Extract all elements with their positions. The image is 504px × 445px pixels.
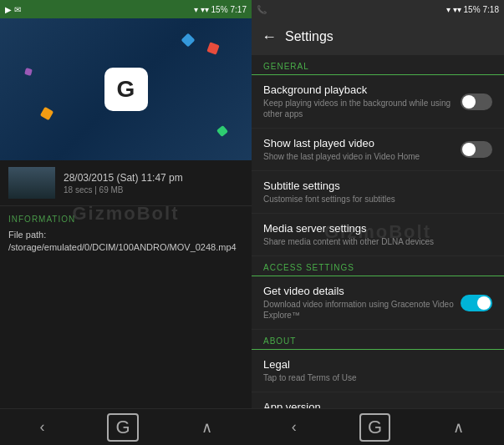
background-playback-item[interactable]: Background playback Keep playing videos … [252, 75, 504, 129]
right-panel: 📞 ▾ ▾▾ 15% 7:18 ← Settings GENERAL Backg… [252, 0, 504, 445]
time-display: 7:17 [231, 5, 247, 14]
general-section-header: GENERAL [252, 55, 504, 75]
last-played-toggle[interactable] [461, 141, 492, 158]
right-home-button[interactable]: G [359, 413, 390, 442]
right-status-right-icons: ▾ ▾▾ 15% 7:18 [446, 5, 499, 14]
decorative-cube-4 [24, 68, 33, 76]
media-server-title: Media server settings [263, 222, 486, 235]
decorative-cube-2 [181, 33, 196, 48]
info-section: INFORMATION File path: /storage/emulated… [0, 206, 252, 408]
legal-subtitle: Tap to read Terms of Use [263, 372, 486, 383]
settings-header: ← Settings [252, 18, 504, 55]
right-back-button[interactable]: ‹ [275, 412, 313, 442]
settings-content: GENERAL Background playback Keep playing… [252, 55, 504, 408]
get-video-details-item[interactable]: Get video details Download video informa… [252, 276, 504, 330]
subtitle-settings-subtitle: Customise font settings for subtitles [263, 194, 486, 205]
right-panel-inner: GENERAL Background playback Keep playing… [252, 55, 504, 408]
last-played-video-title: Show last played video [263, 137, 454, 149]
last-played-video-item[interactable]: Show last played video Show the last pla… [252, 129, 504, 171]
decorative-cube-5 [216, 125, 228, 137]
signal-icon-right: ▾▾ [453, 5, 461, 14]
get-video-details-title: Get video details [263, 285, 454, 297]
app-logo-icon: G [104, 68, 148, 111]
last-played-video-subtitle: Show the last played video in Video Home [263, 151, 454, 162]
subtitle-settings-title: Subtitle settings [263, 180, 486, 192]
right-status-icons: ▾ ▾▾ 15% 7:17 [194, 5, 247, 14]
app-version-item: App version 9.0.A.0.20 [252, 392, 504, 408]
file-path-text: File path: /storage/emulated/0/DCIM/100A… [8, 229, 243, 255]
message-icon: ✉ [14, 5, 21, 14]
media-server-subtitle: Share media content with other DLNA devi… [263, 236, 486, 247]
home-button[interactable]: G [107, 413, 138, 442]
video-thumbnail [8, 167, 55, 199]
thumbnail-image [8, 167, 55, 199]
get-video-details-subtitle: Download video information using Graceno… [263, 299, 454, 321]
left-status-icons: ▶ ✉ [5, 5, 21, 14]
right-status-left-icons: 📞 [257, 5, 267, 14]
back-button[interactable]: ‹ [23, 412, 61, 442]
notification-icon: ▶ [5, 5, 12, 14]
legal-title: Legal [263, 358, 486, 371]
legal-item[interactable]: Legal Tap to read Terms of Use [252, 350, 504, 392]
app-version-title: App version [263, 401, 486, 408]
access-section-header: ACCESS SETTINGS [252, 256, 504, 276]
right-bottom-nav: ‹ G ∧ [252, 408, 504, 445]
wifi-icon: ▾ [194, 5, 198, 14]
media-server-item[interactable]: Media server settings Share media conten… [252, 214, 504, 256]
background-playback-toggle[interactable] [461, 94, 492, 110]
video-metadata: 28/03/2015 (Sat) 11:47 pm 18 secs | 69 M… [64, 172, 243, 195]
right-status-bar: 📞 ▾ ▾▾ 15% 7:18 [252, 0, 504, 18]
get-video-details-toggle[interactable] [461, 295, 492, 311]
info-section-label: INFORMATION [8, 215, 243, 224]
settings-title: Settings [285, 29, 333, 44]
video-preview: G [0, 18, 252, 160]
phone-icon: 📞 [257, 5, 267, 14]
video-size: 18 secs | 69 MB [64, 185, 243, 195]
battery-text-right: 15% [464, 5, 481, 14]
video-date: 28/03/2015 (Sat) 11:47 pm [64, 172, 243, 184]
time-display-right: 7:18 [483, 5, 499, 14]
decorative-cube-1 [206, 42, 219, 54]
wifi-icon-right: ▾ [446, 5, 451, 14]
left-panel: ▶ ✉ ▾ ▾▾ 15% 7:17 G 28/03/2 [0, 0, 252, 445]
left-bottom-nav: ‹ G ∧ [0, 408, 252, 445]
signal-icon: ▾▾ [201, 5, 209, 14]
about-section-header: ABOUT [252, 330, 504, 350]
battery-text: 15% [211, 5, 228, 14]
left-panel-body: G 28/03/2015 (Sat) 11:47 pm 18 secs | 69… [0, 18, 252, 408]
right-up-button[interactable]: ∧ [436, 412, 481, 443]
settings-back-button[interactable]: ← [262, 28, 277, 46]
background-playback-title: Background playback [263, 83, 454, 96]
left-status-bar: ▶ ✉ ▾ ▾▾ 15% 7:17 [0, 0, 252, 18]
subtitle-settings-item[interactable]: Subtitle settings Customise font setting… [252, 171, 504, 214]
video-info-row: 28/03/2015 (Sat) 11:47 pm 18 secs | 69 M… [0, 160, 252, 206]
background-playback-subtitle: Keep playing videos in the background wh… [263, 98, 454, 119]
up-button[interactable]: ∧ [185, 412, 229, 443]
decorative-cube-3 [40, 107, 53, 120]
